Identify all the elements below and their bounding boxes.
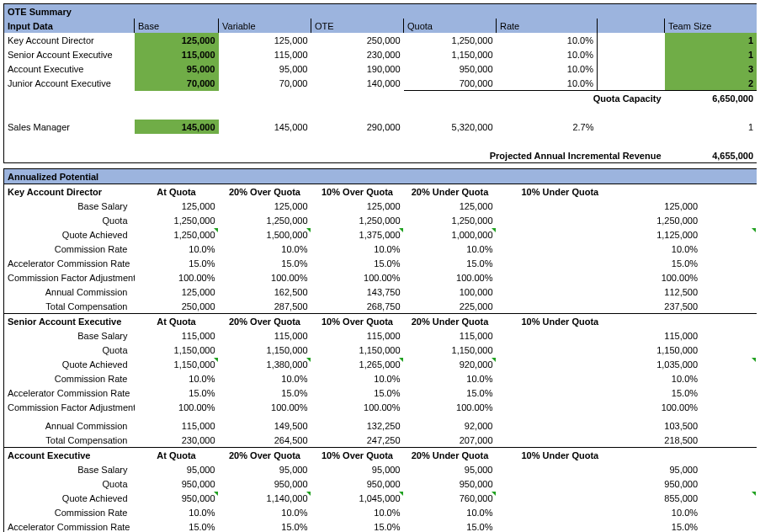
ap-value-cell: 95,000 xyxy=(404,462,497,476)
ap-value-cell: 15.0% xyxy=(497,519,757,532)
ap-row-label: Accelerator Commission Rate xyxy=(4,386,135,400)
ap-row-label: Total Compensation xyxy=(4,299,135,314)
ap-value-cell: 100.00% xyxy=(311,270,404,285)
quota-cell: 1,250,000 xyxy=(404,33,497,47)
ap-value-cell: 15.0% xyxy=(404,256,497,270)
ote-cell: 290,000 xyxy=(311,120,404,134)
quota-capacity-label: Quota Capacity xyxy=(497,91,665,106)
ap-value-cell: 10.0% xyxy=(497,242,757,256)
team-cell: 1 xyxy=(665,120,757,134)
ap-value-cell: 125,000 xyxy=(135,285,219,299)
ap-value-cell: 10.0% xyxy=(135,371,219,386)
team-cell[interactable]: 1 xyxy=(665,33,757,47)
ap-value-cell: 125,000 xyxy=(311,199,404,213)
ap-value-cell: 100.00% xyxy=(404,270,497,285)
ap-value-cell: 950,000 xyxy=(135,476,219,491)
ap-value-cell: 95,000 xyxy=(135,462,219,476)
ap-value-cell: 237,500 xyxy=(497,299,757,314)
ote-cell: 190,000 xyxy=(311,61,404,76)
ote-row: Junior Account Executive 70,000 70,000 1… xyxy=(4,76,757,91)
ap-value-cell: 15.0% xyxy=(311,519,404,532)
ap-col-header: 20% Over Quota xyxy=(219,448,311,463)
ap-value-cell: 1,150,000 xyxy=(311,343,404,357)
team-cell[interactable]: 1 xyxy=(665,47,757,61)
ap-value-cell: 15.0% xyxy=(219,386,311,400)
ap-value-cell: 1,035,000 xyxy=(497,357,757,371)
ap-value-cell: 115,000 xyxy=(497,328,757,343)
ap-col-header: 10% Under Quota xyxy=(497,314,757,329)
ap-value-cell: 115,000 xyxy=(311,328,404,343)
ap-row-label: Quota xyxy=(4,476,135,491)
team-cell[interactable]: 3 xyxy=(665,61,757,76)
ap-value-cell: 760,000 xyxy=(404,491,497,505)
ap-value-cell: 1,250,000 xyxy=(219,213,311,227)
ap-value-cell: 125,000 xyxy=(404,199,497,213)
ap-row-label: Base Salary xyxy=(4,462,135,476)
ap-value-cell: 100.00% xyxy=(135,270,219,285)
ap-value-cell: 264,500 xyxy=(219,433,311,448)
ap-col-header: 10% Under Quota xyxy=(497,184,757,200)
base-cell[interactable]: 95,000 xyxy=(135,61,219,76)
ap-value-cell: 10.0% xyxy=(135,505,219,519)
ap-value-cell: 1,250,000 xyxy=(497,213,757,227)
base-cell[interactable]: 115,000 xyxy=(135,47,219,61)
base-cell[interactable]: 145,000 xyxy=(135,120,219,134)
ote-summary-table: OTE Summary Input Data Base Variable OTE… xyxy=(3,3,757,163)
ap-value-cell: 1,250,000 xyxy=(135,227,219,242)
ap-value-cell: 1,140,000 xyxy=(219,491,311,505)
ap-value-cell: 1,380,000 xyxy=(219,357,311,371)
hdr-rate: Rate xyxy=(497,19,598,33)
ap-value-cell: 247,250 xyxy=(311,433,404,448)
ap-value-cell: 1,150,000 xyxy=(135,357,219,371)
ap-value-cell: 162,500 xyxy=(219,285,311,299)
ap-row-label: Commission Rate xyxy=(4,371,135,386)
ap-value-cell: 115,000 xyxy=(404,328,497,343)
ap-value-cell: 230,000 xyxy=(135,433,219,448)
ap-value-cell: 1,125,000 xyxy=(497,227,757,242)
ap-row-label: Quota xyxy=(4,213,135,227)
ap-value-cell: 115,000 xyxy=(135,414,219,433)
ap-value-cell: 225,000 xyxy=(404,299,497,314)
rate-cell: 2.7% xyxy=(497,120,598,134)
ap-title: Annualized Potential xyxy=(4,169,757,184)
ote-title: OTE Summary xyxy=(4,4,757,19)
ap-value-cell: 10.0% xyxy=(311,242,404,256)
ap-row-label: Quote Achieved xyxy=(4,491,135,505)
ap-col-header: 20% Under Quota xyxy=(404,184,497,200)
projected-label: Projected Annual Incremental Revenue xyxy=(311,148,665,163)
ap-value-cell: 1,150,000 xyxy=(135,343,219,357)
rate-cell: 10.0% xyxy=(497,76,598,91)
ap-value-cell: 1,150,000 xyxy=(404,343,497,357)
ap-col-header: 10% Over Quota xyxy=(311,184,404,200)
ap-row-label: Commission Rate xyxy=(4,242,135,256)
rate-cell: 10.0% xyxy=(497,47,598,61)
ap-value-cell: 1,250,000 xyxy=(135,213,219,227)
ap-value-cell: 15.0% xyxy=(219,519,311,532)
ap-value-cell: 1,045,000 xyxy=(311,491,404,505)
ap-value-cell: 125,000 xyxy=(497,199,757,213)
ap-row-label: Base Salary xyxy=(4,328,135,343)
base-cell[interactable]: 125,000 xyxy=(135,33,219,47)
ap-value-cell: 1,250,000 xyxy=(311,213,404,227)
ap-value-cell: 15.0% xyxy=(135,256,219,270)
ap-value-cell: 15.0% xyxy=(404,386,497,400)
hdr-variable: Variable xyxy=(219,19,311,33)
team-cell[interactable]: 2 xyxy=(665,76,757,91)
ap-col-header: 10% Over Quota xyxy=(311,448,404,463)
ap-value-cell: 950,000 xyxy=(311,476,404,491)
ap-col-header: 20% Under Quota xyxy=(404,314,497,329)
hdr-blank xyxy=(598,19,665,33)
ap-value-cell: 1,150,000 xyxy=(497,343,757,357)
ap-value-cell: 1,265,000 xyxy=(311,357,404,371)
rate-cell: 10.0% xyxy=(497,61,598,76)
ap-value-cell: 10.0% xyxy=(404,242,497,256)
ap-row-label: Annual Commission xyxy=(4,414,135,433)
quota-cell: 1,150,000 xyxy=(404,47,497,61)
ap-row-label: Accelerator Commission Rate xyxy=(4,256,135,270)
ap-row-label: Total Compensation xyxy=(4,433,135,448)
ap-value-cell: 15.0% xyxy=(311,256,404,270)
base-cell[interactable]: 70,000 xyxy=(135,76,219,91)
ap-value-cell: 218,500 xyxy=(497,433,757,448)
ap-value-cell: 132,250 xyxy=(311,414,404,433)
ap-value-cell: 125,000 xyxy=(219,199,311,213)
